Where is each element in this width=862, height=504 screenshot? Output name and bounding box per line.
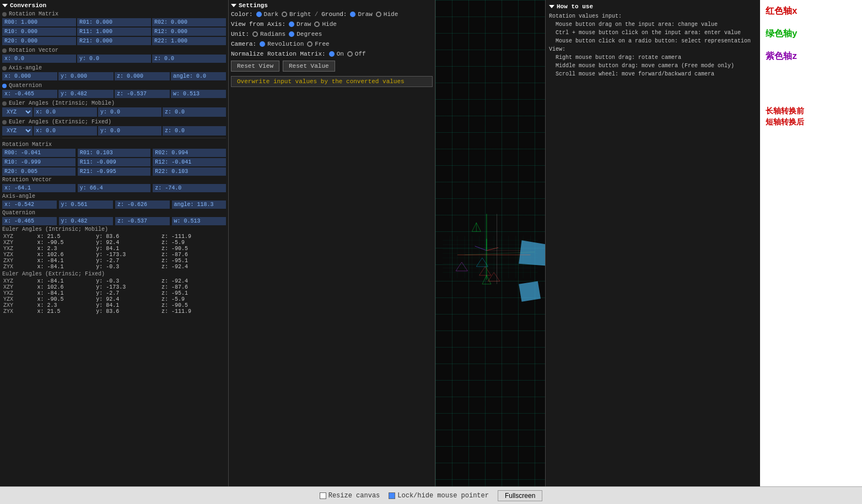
camera-revolution-radio[interactable] [260, 41, 265, 47]
howto-line: Mouse button drag on the input area: cha… [549, 20, 757, 29]
viewport-svg [435, 0, 545, 486]
before-label: 长轴转换前 [766, 106, 856, 117]
q-row [2, 90, 226, 98]
ee-xyz-select[interactable]: XYZ XZY YXZ YZX ZXY ZYX [2, 126, 33, 136]
view-hide-radio[interactable] [314, 21, 320, 27]
annotation-panel: 红色轴x 绿色轴y 紫色轴z 长轴转换前 短轴转换后 [760, 0, 862, 486]
r21-input[interactable] [77, 37, 151, 45]
aa-row [2, 72, 226, 80]
reset-view-button[interactable]: Reset View [231, 61, 279, 72]
rv-x-input[interactable] [2, 55, 76, 63]
howto-panel: How to use Rotation values input:Mouse b… [545, 0, 760, 486]
view-hide-group[interactable]: Hide [314, 21, 336, 28]
view-row: View from Axis: Draw Hide [231, 21, 433, 28]
q-x-input[interactable] [2, 90, 57, 98]
res-aa-z: z: -0.626 [115, 200, 170, 209]
rv-z-input[interactable] [152, 55, 226, 63]
unit-degrees-radio[interactable] [289, 31, 294, 37]
blue-rect-small [519, 281, 541, 301]
color-bright-group[interactable]: Bright [282, 11, 311, 18]
euler-intrinsic-row: YXZx: 2.3y: 84.1z: -90.5 [2, 246, 226, 252]
unit-radians-group[interactable]: Radians [252, 31, 285, 37]
howto-line: Rotation values input: [549, 12, 757, 20]
svg-line-23 [475, 246, 487, 251]
aa-y-input[interactable] [58, 72, 114, 80]
results-section: Rotation Matrix R00: -0.041 R01: 0.103 R… [2, 142, 226, 315]
q-y-input[interactable] [58, 90, 114, 98]
rv-row [2, 55, 226, 63]
euler-intrinsic-table: XYZx: 21.5y: 83.6z: -111.9XZYx: -90.5y: … [2, 234, 226, 270]
pyramid-red-1 [480, 267, 491, 275]
camera-free-group[interactable]: Free [307, 41, 329, 47]
res-q-x: x: -0.465 [2, 217, 57, 225]
settings-triangle-icon [231, 4, 236, 7]
ground-hide-radio[interactable] [376, 12, 381, 17]
lock-mouse-checkbox[interactable] [389, 492, 395, 499]
axis-angle-section: Axis-angle [2, 65, 226, 71]
q-z-input[interactable] [115, 90, 170, 98]
r10-input[interactable] [2, 28, 76, 36]
ee-x-input[interactable] [34, 126, 97, 136]
camera-revolution-group[interactable]: Revolution [260, 41, 304, 47]
euler-extrinsic-row: YXZx: -84.1y: -2.7z: -95.1 [2, 290, 226, 296]
color-dark-group[interactable]: Dark [256, 11, 278, 18]
result-ee-header: Euler Angles (Extrinsic; Fixed) [2, 271, 226, 277]
overwrite-button[interactable]: Overwrite input values by the converted … [231, 76, 433, 87]
euler-extrinsic-row: ZXYx: 2.3y: 84.1z: -90.5 [2, 302, 226, 308]
euler-intrinsic-row: ZXYx: -84.1y: -2.7z: -95.1 [2, 258, 226, 264]
ei-y-input[interactable] [98, 107, 161, 117]
ee-z-input[interactable] [163, 126, 226, 136]
camera-free-radio[interactable] [307, 41, 313, 47]
view-draw-group[interactable]: Draw [289, 21, 311, 28]
left-panel-title: Conversion [2, 2, 226, 9]
viewport-3d[interactable] [435, 0, 545, 486]
ei-x-input[interactable] [34, 107, 97, 117]
view-draw-radio[interactable] [289, 21, 294, 27]
aa-z-input[interactable] [115, 72, 170, 80]
r22-input[interactable] [152, 37, 226, 45]
ground-draw-radio[interactable] [350, 12, 355, 17]
result-rm-row2: R10: -0.999 R11: -0.009 R12: -0.041 [2, 158, 226, 166]
normalize-row: Normalize Rotation Matrix: On Off [231, 51, 433, 57]
rotation-vector-section: Rotation Vector [2, 47, 226, 53]
aa-x-input[interactable] [2, 72, 57, 80]
r02-input[interactable] [152, 18, 226, 26]
color-bright-radio[interactable] [282, 12, 287, 17]
rv-y-input[interactable] [77, 55, 151, 63]
result-rm-header: Rotation Matrix [2, 142, 226, 148]
ei-z-input[interactable] [163, 107, 226, 117]
ground-draw-group[interactable]: Draw [350, 11, 372, 18]
q-w-input[interactable] [171, 90, 226, 98]
ee-y-input[interactable] [98, 126, 161, 136]
ei-xyz-select[interactable]: XYZ XZY YXZ YZX ZXY ZYX [2, 107, 33, 117]
res-q-w: w: 0.513 [172, 217, 227, 225]
result-aa-row: x: -0.542 y: 0.561 z: -0.626 angle: 118.… [2, 200, 226, 209]
ground-hide-group[interactable]: Hide [376, 11, 398, 18]
color-dark-radio[interactable] [256, 12, 262, 17]
pyramid-purple-1 [456, 262, 467, 271]
result-rv-row: x: -64.1 y: 66.4 z: -74.0 [2, 184, 226, 192]
euler-extrinsic-row: XZYx: 102.6y: -173.3z: -87.6 [2, 284, 226, 290]
normalize-off-group[interactable]: Off [347, 51, 366, 57]
normalize-on-radio[interactable] [329, 51, 335, 57]
unit-radians-radio[interactable] [252, 31, 258, 37]
r00-input[interactable] [2, 18, 76, 26]
settings-title: Settings [231, 2, 433, 9]
rm-row1 [2, 18, 226, 26]
reset-value-button[interactable]: Reset Value [283, 61, 335, 72]
resize-canvas-checkbox[interactable] [320, 492, 326, 499]
result-ei-header: Euler Angles (Intrinsic; Mobile) [2, 226, 226, 232]
r11-input[interactable] [77, 28, 151, 36]
unit-degrees-group[interactable]: Degrees [289, 31, 322, 37]
res-r00: R00: -0.041 [2, 149, 76, 157]
r12-input[interactable] [152, 28, 226, 36]
normalize-on-group[interactable]: On [329, 51, 344, 57]
result-rm-row1: R00: -0.041 R01: 0.103 R02: 0.994 [2, 149, 226, 157]
app-container: Conversion Rotation Matrix [0, 0, 862, 504]
euler-extrinsic-input-section: Euler Angles (Extrinsic; Fixed) [2, 119, 226, 125]
r20-input[interactable] [2, 37, 76, 45]
normalize-off-radio[interactable] [347, 51, 353, 57]
fullscreen-button[interactable]: Fullscreen [498, 490, 542, 501]
r01-input[interactable] [77, 18, 151, 26]
aa-angle-input[interactable] [171, 72, 226, 80]
